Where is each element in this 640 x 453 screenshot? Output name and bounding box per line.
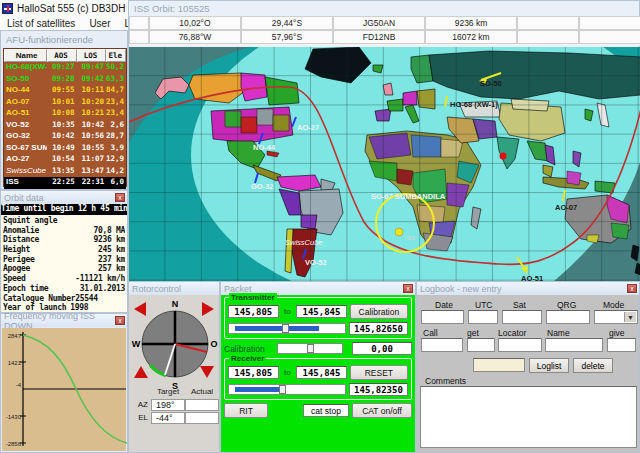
reset-button[interactable]: RESET — [350, 365, 408, 380]
map-label-no44[interactable]: NO-44 — [253, 143, 276, 152]
iss-position-dot[interactable] — [395, 228, 403, 236]
map-label-so50[interactable]: SO-50 — [480, 79, 502, 88]
locator-input[interactable] — [498, 338, 542, 352]
tx-from-input[interactable]: 145,805 — [228, 305, 279, 318]
coord-range-row2: 16072 km — [425, 30, 517, 44]
packet-title: Packet — [224, 284, 252, 294]
table-row[interactable]: AO-2710:5411:0712,9 — [4, 154, 126, 166]
utc-input[interactable] — [468, 310, 498, 324]
table-row[interactable]: GO-3210:4210:5628,7 — [4, 131, 126, 143]
orbit-data-title: Orbit data — [4, 193, 44, 203]
world-map[interactable]: ISS NO-44 AO-27 GO-32 SwissCube — [129, 47, 640, 282]
coord-cell — [517, 30, 579, 44]
table-row[interactable]: AO-5110:0810:2123,4 — [4, 108, 126, 120]
orbit-value: 245 km — [98, 245, 125, 255]
app-window: HalloSat 555 (c) DB3DH 2008 - Licensed f… — [0, 0, 640, 453]
coord-lon-row1: 10,02°O — [149, 16, 241, 30]
close-icon[interactable]: x — [627, 284, 637, 293]
get-input[interactable] — [467, 338, 495, 352]
doppler-panel: Frequency moving ISS DOWN... x 2847 1421… — [0, 313, 128, 453]
y-tick: -2856 — [6, 441, 22, 447]
table-row[interactable]: SO-67 SUM10:4910:553,9 — [4, 143, 126, 155]
map-label-swisscube[interactable]: SwissCube — [285, 238, 323, 247]
name-label: Name — [547, 328, 570, 338]
table-row[interactable]: AO-0710:0110:2023,4 — [4, 97, 126, 109]
map-label-so67[interactable]: SO-67 SUMBANDILA — [371, 192, 446, 201]
compass-n: N — [172, 299, 179, 309]
delete-button[interactable]: delete — [573, 358, 613, 373]
table-row[interactable]: SO-5009:2809:4263,3 — [4, 74, 126, 86]
orbit-value: 257 km — [98, 264, 125, 274]
menu-list-of-satellites[interactable]: List of satellites — [0, 18, 82, 29]
rx-from-input[interactable]: 145,805 — [228, 366, 279, 379]
mode-select[interactable]: ▼ — [594, 310, 638, 324]
search-field[interactable] — [473, 358, 525, 372]
rx-frequency-value: 145,82350 — [349, 383, 408, 396]
calibration-slider[interactable] — [277, 343, 343, 354]
y-tick: 1421 — [8, 360, 22, 366]
orbit-value: 237 km — [98, 255, 125, 265]
call-input[interactable] — [421, 338, 463, 352]
coord-lat-row2: 57,96°S — [241, 30, 333, 44]
el-target-value[interactable]: -44° — [151, 412, 185, 424]
table-row[interactable]: VO-5210:3510:422,6 — [4, 120, 126, 132]
rx-to-input[interactable]: 145,845 — [296, 366, 347, 379]
close-icon[interactable]: x — [115, 316, 125, 325]
doppler-titlebar: Frequency moving ISS DOWN... x — [1, 314, 127, 327]
name-input[interactable] — [545, 338, 603, 352]
close-icon[interactable]: x — [403, 284, 413, 293]
sat-input[interactable] — [502, 310, 542, 324]
date-label: Date — [435, 300, 453, 310]
calibration-value: 0,00 — [352, 342, 412, 355]
cat-onoff-button[interactable]: CAT on/off — [352, 403, 412, 418]
az-actual-value[interactable] — [185, 399, 219, 411]
calibration-button[interactable]: Calibration — [350, 304, 408, 319]
tx-to-input[interactable]: 145,845 — [296, 305, 347, 318]
rit-button[interactable]: RIT — [224, 403, 268, 418]
orbit-label: Catalogue Number — [3, 294, 75, 304]
give-input[interactable] — [607, 338, 636, 352]
map-label-ho68[interactable]: HO-68 (XW-1) — [450, 100, 498, 109]
target-header: Target — [151, 387, 185, 396]
loglist-button[interactable]: Loglist — [529, 358, 569, 373]
orbit-data-panel: Orbit data x Time until begin 12 h 45 mi… — [0, 190, 128, 313]
map-label-ao07[interactable]: AO-07 — [555, 203, 577, 212]
orbit-data-titlebar: Orbit data x — [1, 191, 127, 204]
cat-stop-field[interactable]: cat stop — [303, 404, 349, 417]
tx-frequency-slider[interactable] — [228, 323, 346, 334]
actual-header: Actual — [185, 387, 219, 396]
rotor-panel: Rotorcontrol N W O S TargetActual AZ 198… — [128, 281, 220, 453]
menu-user[interactable]: User — [82, 18, 117, 29]
chevron-down-icon[interactable]: ▼ — [624, 312, 636, 322]
map-window: ISS Orbit: 105525 10,02°O 29,44°S JG50AN… — [128, 0, 640, 281]
map-label-vo52[interactable]: VO-52 — [305, 258, 327, 267]
orbit-label: Height — [3, 245, 30, 255]
col-ele: Ele — [106, 49, 126, 62]
table-row[interactable]: NO-4409:5510:1184,7 — [4, 85, 126, 97]
comments-textarea[interactable] — [420, 386, 637, 448]
date-input[interactable] — [421, 310, 464, 324]
map-label-go32[interactable]: GO-32 — [251, 182, 274, 191]
doppler-chart: 2847 1421 -4 -1430 -2856 — [2, 328, 126, 451]
logbook-title: Logbook - new entry — [420, 284, 502, 294]
compass-o: O — [210, 339, 217, 349]
table-row-selected[interactable]: ISS22:2522:316,0 — [4, 177, 126, 189]
qrg-input[interactable] — [546, 310, 590, 324]
table-row[interactable]: SwissCube13:3513:4714,2 — [4, 166, 126, 178]
az-target-value[interactable]: 198° — [151, 399, 185, 411]
coord-cell — [579, 30, 640, 44]
coord-cell — [129, 16, 149, 30]
table-row[interactable]: HO-68(XW-109:2709:4750,2 — [4, 62, 126, 74]
orbit-value: 25544 — [75, 294, 98, 304]
orbit-label: Distance — [3, 235, 39, 245]
satellite-list-panel: AFU-funktionierende Name AOS LOS Ele HO-… — [0, 30, 128, 190]
map-grid — [129, 47, 640, 282]
close-icon[interactable]: x — [115, 193, 125, 202]
el-actual-value[interactable] — [185, 412, 219, 424]
map-label-ao27[interactable]: AO-27 — [297, 123, 319, 132]
transmitter-group: Transmitter 145,805 to 145,845 Calibrati… — [224, 297, 412, 339]
red-satellite-dot[interactable] — [500, 153, 507, 160]
sat-label: Sat — [513, 300, 526, 310]
rotor-title: Rotorcontrol — [132, 284, 181, 294]
rx-frequency-slider[interactable] — [228, 384, 346, 395]
